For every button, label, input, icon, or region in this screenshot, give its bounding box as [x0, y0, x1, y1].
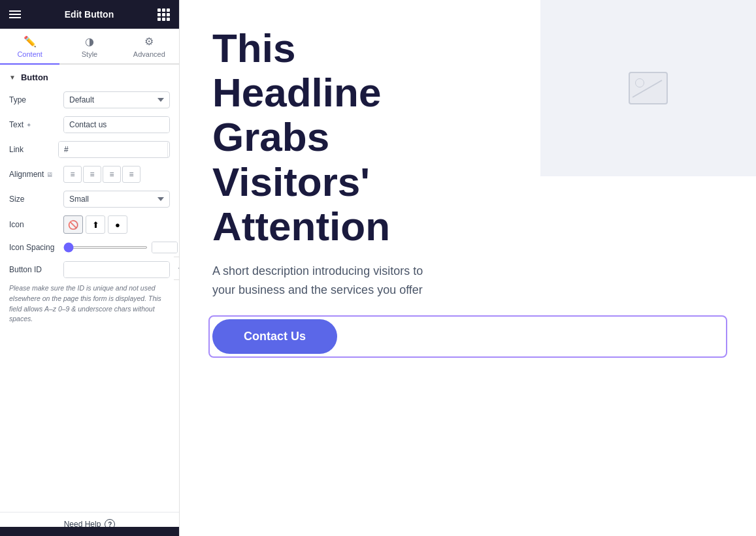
- align-justify-button[interactable]: ≡: [122, 166, 140, 183]
- dynamic-tag-icon[interactable]: ✦: [26, 121, 31, 129]
- section-header: ▼ Button: [9, 72, 170, 82]
- contact-us-button[interactable]: Contact Us: [212, 319, 337, 354]
- button-id-input[interactable]: [64, 262, 170, 277]
- tab-advanced-label: Advanced: [133, 50, 165, 58]
- type-row: Type Default Info Success Warning Danger: [9, 91, 170, 108]
- placeholder-image-icon: [629, 72, 668, 104]
- advanced-tab-icon: ⚙: [144, 35, 154, 48]
- style-tab-icon: ◑: [85, 35, 94, 48]
- tab-advanced[interactable]: ⚙ Advanced: [120, 29, 179, 65]
- button-id-input-group: ☰: [63, 261, 170, 278]
- hero-description: A short description introducing visitors…: [212, 262, 435, 300]
- bottom-bar: [0, 527, 180, 536]
- text-input[interactable]: [64, 117, 170, 133]
- align-right-button[interactable]: ≡: [103, 166, 121, 183]
- button-id-row: Button ID ☰: [9, 261, 170, 278]
- link-row: Link ⚙ ☰: [9, 141, 170, 158]
- size-label: Size: [9, 195, 58, 204]
- align-center-button[interactable]: ≡: [83, 166, 101, 183]
- icon-upload-button[interactable]: ⬆: [86, 215, 105, 234]
- content-tab-icon: ✏️: [24, 35, 37, 48]
- icon-spacing-slider[interactable]: [63, 246, 148, 249]
- text-label: Text ✦: [9, 120, 58, 129]
- tab-content-label: Content: [17, 50, 42, 58]
- text-row: Text ✦ ☰: [9, 116, 170, 133]
- panel-content: ▼ Button Type Default Info Success Warni…: [0, 65, 179, 512]
- slider-value-input[interactable]: [152, 242, 177, 253]
- link-label: Link: [9, 145, 58, 154]
- alignment-device-icon[interactable]: 🖥: [46, 171, 53, 178]
- tab-style[interactable]: ◑ Style: [59, 29, 119, 65]
- link-input[interactable]: [59, 142, 167, 157]
- icon-label: Icon: [9, 220, 58, 229]
- slider-value-box: [152, 242, 178, 253]
- button-preview-wrapper: Contact Us: [212, 319, 723, 354]
- align-left-button[interactable]: ≡: [63, 166, 82, 183]
- section-title: Button: [21, 72, 48, 82]
- icon-row: Icon 🚫 ⬆ ●: [9, 215, 170, 234]
- text-input-group: ☰: [63, 116, 170, 133]
- collapse-handle[interactable]: ‹: [174, 257, 180, 280]
- icon-spacing-label: Icon Spacing: [9, 243, 58, 252]
- icon-circle-button[interactable]: ●: [108, 215, 127, 234]
- link-input-group: ⚙ ☰: [58, 141, 170, 158]
- left-panel: Edit Button ✏️ Content ◑ Style ⚙ Advance…: [0, 0, 180, 536]
- icon-none-button[interactable]: 🚫: [63, 215, 83, 234]
- size-select[interactable]: Small Medium Large: [63, 191, 170, 208]
- right-panel: This Headline Grabs Visitors' Attention …: [180, 0, 756, 536]
- slider-container: [63, 242, 178, 253]
- hamburger-icon[interactable]: [9, 10, 21, 18]
- link-settings-icon[interactable]: ⚙: [167, 142, 170, 157]
- help-note: Please make sure the ID is unique and no…: [9, 283, 170, 324]
- type-select[interactable]: Default Info Success Warning Danger: [63, 91, 170, 108]
- top-bar: Edit Button: [0, 0, 179, 29]
- tabs-bar: ✏️ Content ◑ Style ⚙ Advanced: [0, 29, 179, 65]
- size-row: Size Small Medium Large: [9, 191, 170, 208]
- grid-icon[interactable]: [157, 8, 170, 21]
- type-label: Type: [9, 95, 58, 104]
- icon-spacing-row: Icon Spacing: [9, 242, 170, 253]
- tab-style-label: Style: [82, 50, 97, 58]
- alignment-label: Alignment 🖥: [9, 170, 58, 179]
- hero-headline: This Headline Grabs Visitors' Attention: [212, 26, 474, 249]
- image-placeholder: [540, 0, 756, 176]
- alignment-buttons: ≡ ≡ ≡ ≡: [63, 166, 140, 183]
- icon-options-group: 🚫 ⬆ ●: [63, 215, 127, 234]
- button-id-label: Button ID: [9, 265, 58, 274]
- panel-title: Edit Button: [65, 9, 114, 20]
- tab-content[interactable]: ✏️ Content: [0, 29, 59, 65]
- alignment-row: Alignment 🖥 ≡ ≡ ≡ ≡: [9, 166, 170, 183]
- section-collapse-arrow[interactable]: ▼: [9, 74, 16, 81]
